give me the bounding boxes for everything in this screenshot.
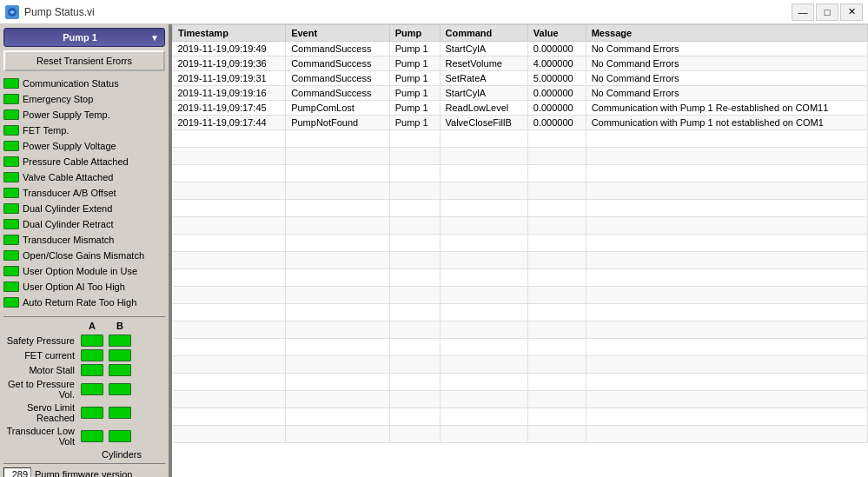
status-label-6: Valve Cable Attached [23,172,113,182]
status-item: Dual Cylinder Retract [3,217,165,231]
title-bar: Pump Status.vi — □ ✕ [0,0,868,24]
table-row-empty [173,426,868,443]
table-cell-0-5: No Command Errors [586,42,867,56]
cylinder-row-0: Safety Pressure [3,335,165,347]
table-cell-4-1: PumpComLost [286,101,390,116]
info-value-0: 289 [3,467,31,477]
main-container: Pump 1 ▼ Reset Transient Erorrs Communic… [0,24,868,477]
status-item: Pressure Cable Attached [3,155,165,169]
table-cell-0-3: StartCylA [440,42,527,56]
cylinder-row-3: Get to Pressure Vol. [3,379,165,400]
status-led-9 [3,219,19,229]
status-item: User Option Module in Use [3,264,165,278]
status-label-4: Power Supply Voltage [23,141,116,151]
pump-selector-label: Pump 1 [10,32,150,43]
status-led-0 [3,78,19,89]
status-label-11: Open/Close Gains Mismatch [23,250,144,261]
cylinder-row-2: Motor Stall [3,364,165,376]
table-body: 2019-11-19,09:19:49CommandSuccessPump 1S… [173,42,868,443]
cylinder-col-b-label: B [106,321,134,331]
cylinder-row-5: Transducer Low Volt [3,426,165,447]
table-cell-0-4: 0.000000 [527,42,586,56]
reset-transient-button[interactable]: Reset Transient Erorrs [3,50,165,71]
minimize-button[interactable]: — [792,3,814,21]
table-row[interactable]: 2019-11-19,09:17:44PumpNotFoundPump 1Val… [173,116,868,130]
table-col-header-command: Command [440,25,527,42]
status-led-7 [3,188,19,198]
status-led-5 [3,156,19,167]
maximize-button[interactable]: □ [816,3,838,21]
table-cell-5-4: 0.000000 [527,116,586,130]
status-label-8: Dual Cylinder Extend [23,203,112,214]
app-icon [5,5,19,19]
table-cell-4-5: Communication with Pump 1 Re-established… [586,101,867,116]
table-cell-1-4: 4.000000 [527,56,586,71]
title-bar-controls: — □ ✕ [792,3,863,21]
status-item: Dual Cylinder Extend [3,202,165,215]
table-row-empty [173,391,868,408]
status-label-7: Transducer A/B Offset [23,188,116,198]
status-led-8 [3,203,19,214]
pump-selector[interactable]: Pump 1 ▼ [3,28,165,47]
table-row-empty [173,148,868,165]
table-cell-4-2: Pump 1 [389,101,440,116]
table-cell-5-0: 2019-11-19,09:17:44 [173,116,286,130]
table-col-header-event: Event [286,25,390,42]
status-section: Communication StatusEmergency StopPower … [3,76,165,311]
table-cell-4-3: ReadLowLevel [440,101,527,116]
table-cell-0-0: 2019-11-19,09:19:49 [173,42,286,56]
cylinders-label: Cylinders [78,449,165,460]
status-label-9: Dual Cylinder Retract [23,219,114,229]
cylinder-section: A B Safety PressureFET currentMotor Stal… [3,316,165,460]
right-panel: TimestampEventPumpCommandValueMessage 20… [170,24,868,477]
table-cell-3-0: 2019-11-19,09:19:16 [173,86,286,101]
cylinder-led-b-3 [109,383,131,395]
table-cell-5-2: Pump 1 [389,116,440,130]
table-row-empty [173,304,868,321]
status-item: Open/Close Gains Mismatch [3,248,165,262]
status-led-13 [3,282,19,292]
table-row-empty [173,374,868,391]
event-log-table: TimestampEventPumpCommandValueMessage 20… [172,24,868,443]
close-button[interactable]: ✕ [840,3,863,21]
table-cell-3-1: CommandSuccess [286,86,390,101]
table-cell-4-0: 2019-11-19,09:17:45 [173,101,286,116]
status-led-4 [3,141,19,151]
status-item: Valve Cable Attached [3,170,165,184]
event-log-table-container[interactable]: TimestampEventPumpCommandValueMessage 20… [170,24,868,477]
status-item: Transducer Mismatch [3,233,165,247]
status-led-3 [3,125,19,136]
cylinder-row-label-1: FET current [3,350,78,361]
table-cell-4-4: 0.000000 [527,101,586,116]
table-row[interactable]: 2019-11-19,09:19:49CommandSuccessPump 1S… [173,42,868,56]
cylinder-row-4: Servo Limit Reached [3,402,165,423]
cylinder-led-a-1 [81,349,103,361]
info-section: 289Pump firmware version998Pump serial n… [3,463,165,477]
table-row-empty [173,252,868,269]
cylinder-led-a-2 [81,364,103,376]
table-row-empty [173,356,868,374]
table-row[interactable]: 2019-11-19,09:19:31CommandSuccessPump 1S… [173,71,868,86]
table-cell-2-4: 5.000000 [527,71,586,86]
table-row-empty [173,339,868,356]
status-item: Emergency Stop [3,92,165,106]
status-led-1 [3,94,19,104]
table-cell-2-3: SetRateA [440,71,527,86]
table-cell-2-2: Pump 1 [389,71,440,86]
table-row[interactable]: 2019-11-19,09:19:36CommandSuccessPump 1R… [173,56,868,71]
table-row-empty [173,130,868,148]
status-item: FET Temp. [3,123,165,137]
table-row-empty [173,287,868,304]
table-cell-1-3: ResetVolume [440,56,527,71]
table-row-empty [173,217,868,235]
table-row[interactable]: 2019-11-19,09:19:16CommandSuccessPump 1S… [173,86,868,101]
table-cell-3-3: StartCylA [440,86,527,101]
table-cell-5-5: Communication with Pump 1 not establishe… [586,116,867,130]
status-label-1: Emergency Stop [23,94,93,104]
table-row-empty [173,408,868,426]
cylinder-led-b-0 [109,335,131,347]
table-row-empty [173,182,868,200]
cylinder-led-a-0 [81,335,103,347]
table-row[interactable]: 2019-11-19,09:17:45PumpComLostPump 1Read… [173,101,868,116]
table-cell-2-1: CommandSuccess [286,71,390,86]
